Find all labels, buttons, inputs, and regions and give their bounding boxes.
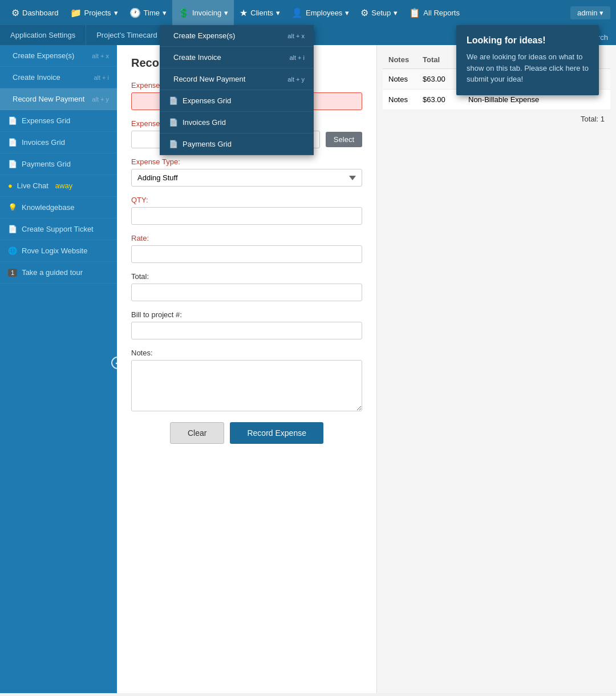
sidebar-item-expenses-grid[interactable]: 📄 Expenses Grid (0, 110, 117, 132)
sidebar-item-create-support[interactable]: 📄 Create Support Ticket (0, 218, 117, 240)
rate-label: Rate: (131, 234, 362, 242)
dropdown-invoices-grid-left: 📄 Invoices Grid (169, 118, 226, 127)
setup-icon: ⚙ (360, 7, 368, 18)
nav-projects-label: Projects (84, 9, 111, 17)
time-icon: 🕐 (129, 7, 141, 18)
clients-icon: ★ (240, 7, 248, 18)
right-panel: Notes Total Status Notes $63.00 Non-Bill… (376, 45, 616, 693)
rate-group: Rate: (131, 234, 362, 263)
create-expenses-shortcut: alt + x (92, 52, 109, 59)
dropdown-create-expenses-shortcut: alt + x (287, 33, 305, 39)
dropdown-create-invoice[interactable]: Create Invoice alt + i (160, 47, 314, 68)
sidebar-guided-tour-label: Take a guided tour (22, 268, 83, 277)
create-invoice-shortcut: alt + i (94, 74, 109, 81)
rate-input[interactable] (131, 245, 362, 263)
sidebar-item-live-chat[interactable]: ● Live Chat away (0, 175, 117, 197)
admin-button[interactable]: admin ▾ (570, 6, 610, 19)
guided-tour-icon: 1 (8, 269, 17, 277)
quick-search-button[interactable]: 🔍 Quick Search (544, 30, 616, 45)
sidebar-invoices-grid-label: Invoices Grid (22, 138, 65, 147)
admin-label: admin ▾ (577, 9, 603, 17)
nav-setup[interactable]: ⚙ Setup ▾ (355, 0, 403, 25)
expense-type-select[interactable]: Adding Stuff Other (131, 169, 362, 187)
dropdown-create-invoice-shortcut: alt + i (289, 54, 305, 61)
nav-invoicing[interactable]: 💲 Invoicing ▾ (172, 0, 234, 25)
sidebar-support-label: Create Support Ticket (22, 225, 94, 233)
nav-clients-label: Clients (250, 9, 273, 17)
live-chat-away-badge: away (55, 181, 72, 190)
dropdown-payments-grid-label: Payments Grid (183, 140, 232, 148)
total-input[interactable] (131, 284, 362, 301)
qty-input[interactable] (131, 207, 362, 225)
projects-dropdown-icon: ▾ (114, 9, 118, 17)
sidebar-payments-grid-label: Payments Grid (22, 160, 71, 168)
knowledgebase-icon: 💡 (8, 203, 17, 212)
sidebar-item-create-invoice[interactable]: Create Invoice alt + i (0, 67, 117, 88)
dropdown-record-payment-shortcut: alt + y (287, 76, 305, 83)
record-payment-shortcut: alt + y (92, 96, 109, 103)
payments-grid-icon: 📄 (8, 160, 17, 168)
expense-type-group: Expense Type: Adding Stuff Other (131, 157, 362, 187)
dropdown-expenses-grid[interactable]: 📄 Expenses Grid (160, 90, 314, 112)
nav-setup-label: Setup (371, 9, 391, 17)
sidebar-item-rove-logix[interactable]: 🌐 Rove Logix Website (0, 240, 117, 262)
sidebar-item-payments-grid[interactable]: 📄 Payments Grid (0, 153, 117, 175)
dropdown-create-invoice-left: Create Invoice (169, 53, 221, 62)
notes-textarea[interactable] (131, 360, 362, 411)
invoicing-dropdown-menu: Create Expense(s) alt + x Create Invoice… (160, 25, 314, 155)
nav-invoicing-label: Invoicing (192, 9, 221, 17)
row2-status: Non-Billable Expense (468, 95, 605, 104)
expenses-grid-icon: 📄 (8, 116, 17, 125)
dropdown-invoices-grid[interactable]: 📄 Invoices Grid (160, 112, 314, 133)
nav-all-reports[interactable]: 📋 All Reports (403, 0, 465, 25)
nav-projects[interactable]: 📁 Projects ▾ (64, 0, 124, 25)
all-reports-icon: 📋 (409, 7, 420, 18)
invoicing-dropdown-icon: ▾ (224, 9, 228, 17)
bill-to-project-group: Bill to project #: (131, 310, 362, 339)
select-button[interactable]: Select (326, 132, 362, 147)
qty-group: QTY: (131, 196, 362, 225)
tab-projects-timecard[interactable]: Project's Timecard (86, 25, 168, 45)
nav-clients[interactable]: ★ Clients ▾ (234, 0, 286, 25)
sidebar-item-record-new-payment[interactable]: Record New Payment alt + y (0, 88, 117, 110)
row2-notes: Notes (388, 95, 423, 104)
table-total-row: Total: 1 (383, 110, 610, 128)
qty-label: QTY: (131, 196, 362, 204)
nav-dashboard[interactable]: ⚙ Dashboard (6, 0, 64, 25)
dropdown-create-expenses[interactable]: Create Expense(s) alt + x (160, 25, 314, 47)
record-expense-button[interactable]: Record Expense (230, 422, 323, 444)
sidebar-live-chat-label: Live Chat (17, 181, 48, 190)
sidebar-record-payment-label: Record New Payment (13, 95, 84, 103)
tab-app-settings[interactable]: Application Settings (0, 25, 86, 45)
row2-total: $63.00 (423, 95, 468, 104)
dropdown-record-new-payment[interactable]: Record New Payment alt + y (160, 68, 314, 90)
table-row: Notes $63.00 Non-Billable Expense (383, 90, 610, 110)
dropdown-create-expenses-left: Create Expense(s) (169, 31, 235, 40)
nav-time-label: Time (144, 9, 160, 17)
support-icon: 📄 (8, 225, 17, 233)
sidebar-item-knowledgebase[interactable]: 💡 Knowledgebase (0, 197, 117, 218)
dropdown-invoices-grid-label: Invoices Grid (183, 118, 226, 127)
sidebar-expenses-grid-label: Expenses Grid (22, 116, 70, 125)
form-buttons: Clear Record Expense (131, 422, 362, 444)
sidebar: Create Expense(s) alt + x Create Invoice… (0, 45, 117, 693)
invoicing-icon: 💲 (178, 7, 189, 18)
header-notes: Notes (388, 55, 423, 64)
nav-employees-label: Employees (306, 9, 342, 17)
tab-app-settings-label: Application Settings (10, 31, 75, 39)
nav-employees[interactable]: 👤 Employees ▾ (286, 0, 355, 25)
dropdown-create-expenses-label: Create Expense(s) (173, 31, 235, 40)
sidebar-item-create-expenses[interactable]: Create Expense(s) alt + x (0, 45, 117, 67)
nav-time[interactable]: 🕐 Time ▾ (124, 0, 172, 25)
dropdown-payments-grid[interactable]: 📄 Payments Grid (160, 133, 314, 155)
sidebar-create-expenses-label: Create Expense(s) (13, 51, 74, 60)
header-status: Status (468, 55, 605, 64)
dropdown-expenses-grid-icon: 📄 (169, 96, 178, 105)
sidebar-knowledgebase-label: Knowledgebase (22, 203, 75, 212)
row1-status: Non-Billable Expense (468, 75, 605, 83)
bill-to-project-input[interactable] (131, 322, 362, 339)
sidebar-item-guided-tour[interactable]: 1 Take a guided tour (0, 262, 117, 284)
dropdown-expenses-grid-left: 📄 Expenses Grid (169, 96, 231, 105)
clear-button[interactable]: Clear (170, 422, 224, 444)
sidebar-item-invoices-grid[interactable]: 📄 Invoices Grid (0, 132, 117, 153)
